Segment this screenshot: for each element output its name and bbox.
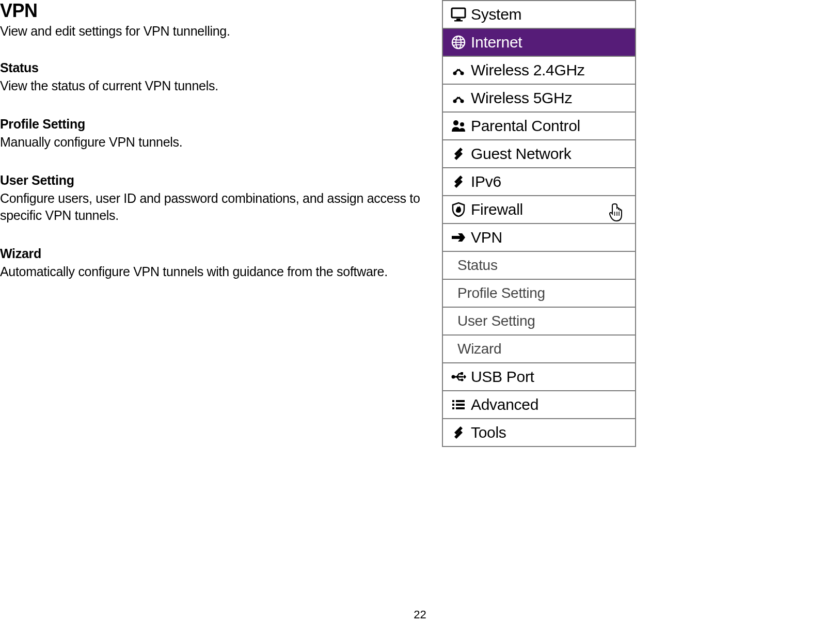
svg-rect-1 xyxy=(456,19,461,20)
svg-rect-23 xyxy=(452,407,454,409)
monitor-icon xyxy=(446,7,471,22)
svg-point-10 xyxy=(453,120,458,125)
sidebar-item-label: System xyxy=(471,6,521,23)
globe-icon xyxy=(446,35,471,50)
svg-point-7 xyxy=(461,72,464,75)
sidebar-item-internet[interactable]: Internet xyxy=(443,29,635,57)
sidebar-item-usb[interactable]: USB Port xyxy=(443,363,635,391)
sidebar-sub-label: Profile Setting xyxy=(457,285,545,301)
sidebar-sub-status[interactable]: Status xyxy=(443,252,635,280)
section-title-user: User Setting xyxy=(0,173,439,188)
sidebar-sub-label: User Setting xyxy=(457,313,535,329)
svg-rect-24 xyxy=(456,407,465,409)
section-title-status: Status xyxy=(0,60,439,75)
sidebar-item-advanced[interactable]: Advanced xyxy=(443,391,635,419)
vpn-icon xyxy=(446,232,471,243)
section-body-profile: Manually configure VPN tunnels. xyxy=(0,134,439,151)
sidebar-item-ipv6[interactable]: IPv6 xyxy=(443,168,635,196)
sidebar-item-wireless-24[interactable]: Wireless 2.4GHz xyxy=(443,57,635,85)
svg-rect-20 xyxy=(456,400,465,402)
tools-icon xyxy=(446,147,471,161)
svg-point-11 xyxy=(460,122,464,126)
usb-icon xyxy=(446,371,471,382)
tools-icon xyxy=(446,174,471,189)
section-title-profile: Profile Setting xyxy=(0,117,439,132)
list-icon xyxy=(446,398,471,411)
page-title: VPN xyxy=(0,0,439,22)
section-body-wizard: Automatically configure VPN tunnels with… xyxy=(0,263,439,281)
page-lead: View and edit settings for VPN tunnellin… xyxy=(0,24,439,39)
sidebar-item-label: Firewall xyxy=(471,201,523,218)
sidebar-item-label: VPN xyxy=(471,229,502,246)
svg-point-9 xyxy=(461,100,464,103)
svg-rect-17 xyxy=(461,372,463,375)
sidebar-item-system[interactable]: System xyxy=(443,1,635,29)
shield-icon xyxy=(446,202,471,217)
section-body-status: View the status of current VPN tunnels. xyxy=(0,77,439,95)
sidebar-sub-label: Status xyxy=(457,257,498,274)
sidebar-item-firewall[interactable]: Firewall xyxy=(443,196,635,224)
cursor-icon xyxy=(607,202,626,225)
section-title-wizard: Wizard xyxy=(0,246,439,261)
sidebar-item-parental[interactable]: Parental Control xyxy=(443,113,635,140)
sidebar-item-guest[interactable]: Guest Network xyxy=(443,140,635,168)
people-icon xyxy=(446,119,471,133)
sidebar-sub-user[interactable]: User Setting xyxy=(443,308,635,336)
sidebar-item-label: Tools xyxy=(471,424,506,441)
wifi-icon xyxy=(446,64,471,76)
svg-rect-2 xyxy=(454,20,463,22)
svg-rect-0 xyxy=(452,8,465,18)
wifi-icon xyxy=(446,92,471,104)
sidebar-item-label: Advanced xyxy=(471,396,538,413)
sidebar-item-wireless-5[interactable]: Wireless 5GHz xyxy=(443,85,635,113)
sidebar-item-label: Wireless 2.4GHz xyxy=(471,61,585,79)
svg-rect-22 xyxy=(456,404,465,406)
sidebar-item-tools[interactable]: Tools xyxy=(443,419,635,447)
sidebar-item-label: IPv6 xyxy=(471,173,501,190)
sidebar-sub-profile[interactable]: Profile Setting xyxy=(443,280,635,308)
sidebar-item-label: Internet xyxy=(471,34,522,51)
sidebar-item-label: Wireless 5GHz xyxy=(471,89,572,107)
sidebar-sub-wizard[interactable]: Wizard xyxy=(443,336,635,363)
main-content: VPN View and edit settings for VPN tunne… xyxy=(0,0,439,302)
sidebar-nav: System Internet Wireless 2.4GHz xyxy=(442,0,636,447)
svg-rect-19 xyxy=(452,400,454,402)
tools-icon xyxy=(446,425,471,440)
sidebar-item-vpn[interactable]: VPN xyxy=(443,224,635,252)
svg-point-18 xyxy=(461,379,464,381)
sidebar-item-label: USB Port xyxy=(471,368,534,386)
page-number: 22 xyxy=(0,608,840,621)
sidebar-item-label: Parental Control xyxy=(471,117,580,135)
svg-rect-21 xyxy=(452,404,454,406)
section-body-user: Configure users, user ID and password co… xyxy=(0,190,439,225)
sidebar-item-label: Guest Network xyxy=(471,145,572,163)
sidebar-sub-label: Wizard xyxy=(457,341,501,357)
